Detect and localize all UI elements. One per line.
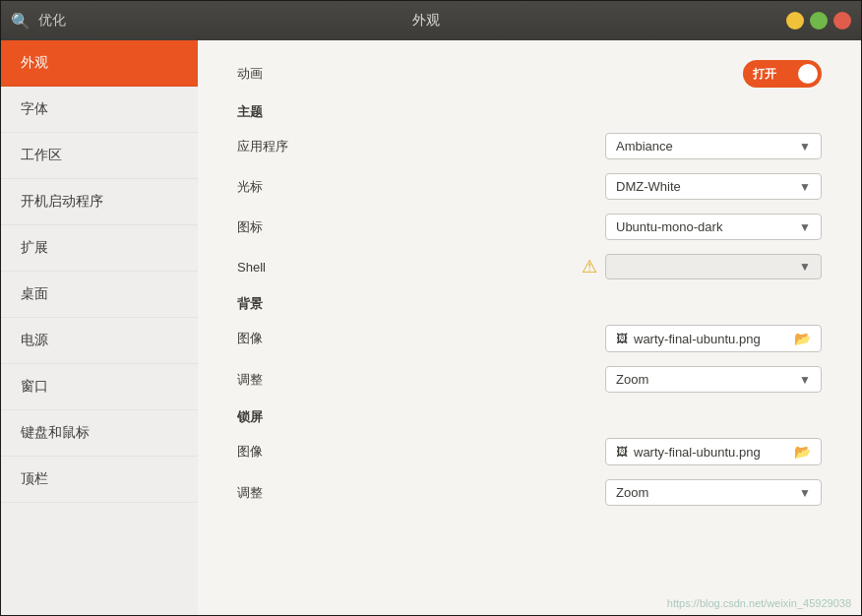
window-title: 外观: [66, 12, 786, 30]
sidebar-item-power[interactable]: 电源: [1, 318, 198, 364]
minimize-button[interactable]: –: [786, 12, 804, 30]
shell-row: Shell ⚠ ▼: [237, 254, 822, 279]
bg-image-row: 图像 🖼 warty-final-ubuntu.png 📂: [237, 325, 822, 352]
content-area: 动画 打开 主题 应用程序 Ambiance ▼: [198, 40, 861, 615]
window-controls: – □ ✕: [786, 12, 851, 30]
lock-image-value: warty-final-ubuntu.png: [634, 445, 794, 460]
lock-image-picker[interactable]: 🖼 warty-final-ubuntu.png 📂: [605, 438, 822, 465]
icon-control: Ubuntu-mono-dark ▼: [605, 214, 822, 240]
bg-adjust-dropdown[interactable]: Zoom ▼: [605, 366, 822, 393]
lock-adjust-row: 调整 Zoom ▼: [237, 479, 822, 506]
lock-adjust-value: Zoom: [616, 485, 791, 500]
warning-icon: ⚠: [582, 256, 597, 277]
icon-label: 图标: [237, 218, 355, 236]
app-theme-label: 应用程序: [237, 138, 355, 155]
lock-image-row: 图像 🖼 warty-final-ubuntu.png 📂: [237, 438, 822, 465]
sidebar: 外观 字体 工作区 开机启动程序 扩展 桌面 电源 窗口: [1, 40, 198, 615]
shell-control: ⚠ ▼: [582, 254, 822, 279]
theme-section-label: 主题: [237, 103, 822, 121]
chevron-down-icon: ▼: [799, 260, 811, 274]
app-theme-dropdown[interactable]: Ambiance ▼: [605, 133, 822, 159]
toggle-on-label: 打开: [753, 66, 776, 83]
shell-dropdown[interactable]: ▼: [605, 254, 822, 279]
cursor-value: DMZ-White: [616, 179, 791, 194]
bg-image-picker[interactable]: 🖼 warty-final-ubuntu.png 📂: [605, 325, 822, 352]
lock-image-file-icon: 🖼: [616, 445, 628, 459]
bg-image-value: warty-final-ubuntu.png: [634, 332, 794, 346]
lock-image-control: 🖼 warty-final-ubuntu.png 📂: [605, 438, 822, 465]
lockscreen-section-label: 锁屏: [237, 408, 822, 426]
bg-adjust-row: 调整 Zoom ▼: [237, 366, 822, 393]
animation-row: 动画 打开: [237, 60, 822, 88]
app-theme-control: Ambiance ▼: [605, 133, 822, 159]
cursor-row: 光标 DMZ-White ▼: [237, 173, 822, 200]
main-content: 外观 字体 工作区 开机启动程序 扩展 桌面 电源 窗口: [1, 40, 861, 615]
app-name: 优化: [38, 12, 66, 30]
bg-adjust-value: Zoom: [616, 372, 791, 387]
sidebar-item-fonts[interactable]: 字体: [1, 87, 198, 133]
sidebar-item-window[interactable]: 窗口: [1, 364, 198, 410]
sidebar-item-workspace[interactable]: 工作区: [1, 133, 198, 179]
cursor-control: DMZ-White ▼: [605, 173, 822, 200]
animation-label: 动画: [237, 65, 355, 83]
close-button[interactable]: ✕: [833, 12, 851, 30]
lock-adjust-label: 调整: [237, 484, 355, 502]
app-theme-row: 应用程序 Ambiance ▼: [237, 133, 822, 159]
chevron-down-icon: ▼: [799, 486, 811, 500]
background-section-label: 背景: [237, 295, 822, 313]
sidebar-item-desktop[interactable]: 桌面: [1, 272, 198, 318]
titlebar: 🔍 优化 外观 – □ ✕: [1, 1, 861, 40]
chevron-down-icon: ▼: [799, 140, 811, 154]
app-theme-value: Ambiance: [616, 139, 791, 154]
lock-adjust-dropdown[interactable]: Zoom ▼: [605, 479, 822, 506]
lock-adjust-control: Zoom ▼: [605, 479, 822, 506]
lock-image-browse-button[interactable]: 📂: [794, 444, 811, 460]
maximize-button[interactable]: □: [810, 12, 828, 30]
toggle-knob: [798, 64, 818, 84]
sidebar-item-topbar[interactable]: 顶栏: [1, 457, 198, 503]
bg-adjust-control: Zoom ▼: [605, 366, 822, 393]
animation-control: 打开: [743, 60, 822, 88]
icon-value: Ubuntu-mono-dark: [616, 219, 791, 234]
sidebar-item-keyboard[interactable]: 键盘和鼠标: [1, 410, 198, 457]
shell-label: Shell: [237, 260, 355, 275]
bg-image-control: 🖼 warty-final-ubuntu.png 📂: [605, 325, 822, 352]
image-file-icon: 🖼: [616, 332, 628, 345]
animation-toggle[interactable]: 打开: [743, 60, 822, 88]
search-icon[interactable]: 🔍: [11, 12, 31, 31]
icon-dropdown[interactable]: Ubuntu-mono-dark ▼: [605, 214, 822, 240]
bg-adjust-label: 调整: [237, 371, 355, 389]
watermark: https://blog.csdn.net/weixin_45929038: [667, 597, 851, 609]
lock-image-label: 图像: [237, 443, 355, 461]
cursor-label: 光标: [237, 178, 355, 196]
bg-image-label: 图像: [237, 330, 355, 347]
chevron-down-icon: ▼: [799, 220, 811, 234]
sidebar-item-startup[interactable]: 开机启动程序: [1, 179, 198, 225]
main-window: 🔍 优化 外观 – □ ✕ 外观 字体 工作区 开机启动程序: [0, 0, 862, 616]
chevron-down-icon: ▼: [799, 373, 811, 387]
chevron-down-icon: ▼: [799, 180, 811, 194]
sidebar-item-appearance[interactable]: 外观: [1, 40, 198, 87]
bg-image-browse-button[interactable]: 📂: [794, 331, 811, 346]
cursor-dropdown[interactable]: DMZ-White ▼: [605, 173, 822, 200]
icon-row: 图标 Ubuntu-mono-dark ▼: [237, 214, 822, 240]
sidebar-item-extensions[interactable]: 扩展: [1, 225, 198, 272]
